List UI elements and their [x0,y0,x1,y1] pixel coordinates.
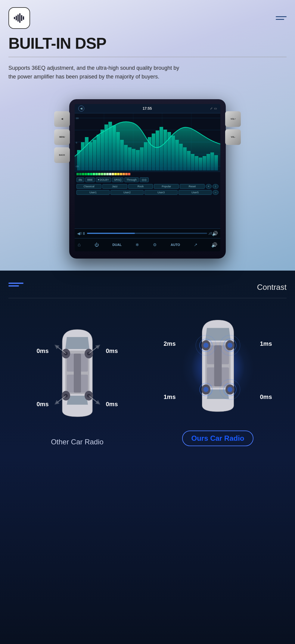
car-comparison: 0ms 0ms 0ms 0ms [8,310,287,446]
other-car-wrapper: 0ms 0ms 0ms 0ms [38,317,116,432]
hamburger-line-2 [276,19,284,20]
bottom-section: Contrast 0ms 0ms 0ms 0ms [0,271,295,644]
bottom-arrow [141,251,154,259]
nav-home[interactable]: ⌂ [78,242,81,247]
nav-engine[interactable]: ⚙ [153,242,157,247]
user-minus[interactable]: − [213,190,219,195]
eq-graph: 20 0 -20 [75,113,220,172]
header [8,0,287,35]
page-title: BUILT-IN DSP [8,35,287,52]
dts-btn[interactable]: dts [76,177,84,182]
car-radio-image: ◀ MENU BACK VOL+ VOL- ◀ 17:55 [8,90,287,259]
through-btn[interactable]: Through [124,177,139,182]
preset-plus[interactable]: + [206,184,212,189]
preset-popular[interactable]: Popular [154,184,179,189]
bbe-btn[interactable]: BBE [85,177,95,182]
left-btn-menu[interactable]: MENU [54,129,70,145]
svg-point-29 [227,387,232,392]
nav-curve[interactable]: ↗ [194,242,197,247]
right-btn-vol-up[interactable]: VOL+ [225,111,241,127]
preset-user1[interactable]: User1 [76,190,110,195]
svg-rect-1 [16,16,17,20]
ctrl-play[interactable]: ⏸ [82,231,86,236]
our-ms-tl: 2ms [164,340,176,347]
svg-rect-9 [74,354,81,393]
svg-rect-5 [23,16,24,20]
our-ms-bl: 1ms [164,394,176,400]
our-car-item: 2ms 1ms 1ms 0ms [149,310,287,446]
contrast-label: Contrast [257,283,287,292]
preset-classical[interactable]: Classical [76,184,101,189]
preset-user5[interactable]: User5 [179,190,212,195]
ctrl-progress[interactable] [87,233,207,234]
ctrl-vol-right[interactable]: 🔊 [212,231,218,236]
nav-auto: AUTO [171,243,180,247]
section-line-1 [8,283,23,284]
ctrl-back[interactable]: ◀ [77,231,80,236]
our-car-label-button[interactable]: Ours Car Radio [182,431,253,446]
section-header: Contrast [8,283,287,292]
our-ms-br: 0ms [260,394,272,400]
screen-nav-bar: ⌂ ⏻ DUAL ❄ ⚙ AUTO ↗ 🔊 [75,238,220,251]
our-car-label-row: Ours Car Radio [182,431,253,446]
nav-vol[interactable]: 🔊 [211,242,217,248]
other-ms-br: 0ms [106,401,118,408]
dolby-btn[interactable]: ■DOLBY [96,177,111,182]
other-car-item: 0ms 0ms 0ms 0ms [8,317,146,446]
preset-user2[interactable]: User2 [110,190,144,195]
svg-rect-0 [14,17,15,19]
our-car-svg [186,313,250,422]
battery-icon: ▭ [214,107,217,110]
our-car-wrapper: 2ms 1ms 1ms 0ms [176,310,260,425]
other-ms-tr: 0ms [106,348,118,354]
db-label-bot: -20 [75,165,79,168]
hamburger-line-1 [276,16,287,17]
srs-btn[interactable]: SRS() [112,177,124,182]
eq-preset-row-1: Classical Jazz Rock Popular Reset + i [75,183,220,189]
svg-rect-4 [21,15,22,21]
nav-snowflake[interactable]: ❄ [135,242,139,247]
eq-preset-row-2: User1 User2 User3 User5 − [75,189,220,195]
hamburger-menu[interactable] [276,16,287,20]
eq-channel-row [75,172,220,176]
left-btn-1[interactable]: ◀ [54,111,70,127]
section-divider [8,298,287,298]
other-car-svg [47,324,107,426]
db-label-top: 20 [76,117,79,120]
svg-rect-21 [214,345,222,387]
speaker-btn[interactable]: ◎◎ [140,177,149,182]
section-lines [8,283,23,287]
logo [8,7,30,29]
top-section: BUILT-IN DSP Supports 36EQ adjustment, a… [0,0,295,271]
back-button[interactable]: ◀ [78,106,84,112]
screen-time: 17:55 [143,106,152,111]
svg-point-28 [203,387,208,392]
our-ms-tr: 1ms [260,340,272,347]
title-divider [8,57,287,57]
svg-point-26 [203,343,208,348]
preset-user3[interactable]: User3 [144,190,178,195]
preset-rock[interactable]: Rock [128,184,153,189]
screen-status-icons: ⤢ ▭ [210,107,217,110]
car-screen[interactable]: ◀ 17:55 ⤢ ▭ [75,104,220,251]
svg-point-27 [227,343,232,348]
svg-rect-3 [19,13,20,23]
left-btn-back[interactable]: BACK [54,147,70,163]
preset-info[interactable]: i [213,184,219,189]
section-line-2 [8,285,19,287]
svg-rect-2 [17,14,19,22]
other-car-label-row: Other Car Radio [51,438,104,446]
nav-power[interactable]: ⏻ [95,242,99,247]
expand-icon: ⤢ [210,107,213,110]
right-btn-vol-dn[interactable]: VOL- [225,129,241,145]
db-label-mid: 0 [76,141,77,144]
preset-jazz[interactable]: Jazz [102,184,127,189]
screen-controls-bar: ◀ 0 ⏸ ♪ 0 🔊 [75,228,220,238]
preset-reset[interactable]: Reset [180,184,205,189]
other-car-label: Other Car Radio [51,438,104,446]
subtitle: Supports 36EQ adjustment, and the ultra-… [8,64,183,81]
eq-mode-buttons: dts BBE ■DOLBY SRS() Through ◎◎ [75,176,220,183]
eq-bars [77,119,218,170]
logo-icon [13,13,26,23]
nav-dual: DUAL [113,243,122,247]
